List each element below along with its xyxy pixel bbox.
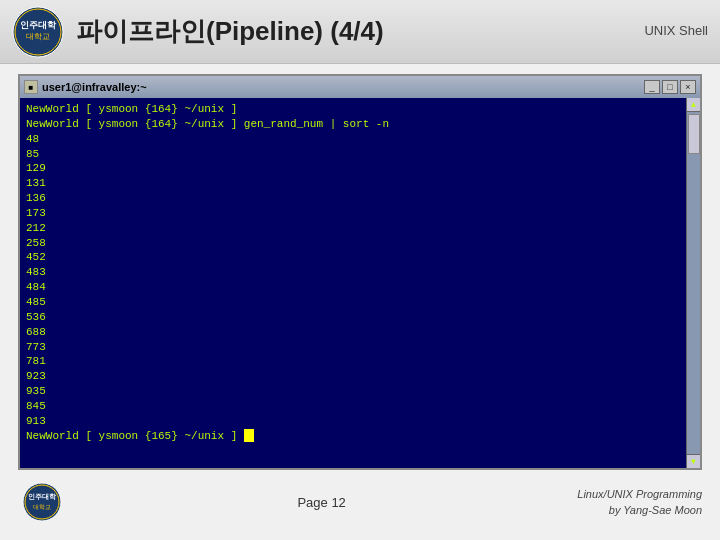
terminal-output: NewWorld [ ysmoon {164} ~/unix ] NewWorl… <box>26 102 694 443</box>
close-button[interactable]: × <box>680 80 696 94</box>
header: 인주대학 대학교 파이프라인(Pipeline) (4/4) UNIX Shel… <box>0 0 720 64</box>
svg-text:대학교: 대학교 <box>33 504 51 510</box>
footer-credit: Linux/UNIX Programming by Yang-Sae Moon <box>577 486 702 519</box>
page-title: 파이프라인(Pipeline) (4/4) <box>76 14 644 49</box>
logo-icon: 인주대학 대학교 <box>12 6 64 58</box>
scrollbar-thumb[interactable] <box>688 114 700 154</box>
svg-text:인주대학: 인주대학 <box>28 493 57 501</box>
footer-logo-icon: 인주대학 대학교 <box>18 482 66 522</box>
terminal-app-icon: ■ <box>24 80 38 94</box>
terminal-title: user1@infravalley:~ <box>42 81 147 93</box>
svg-point-4 <box>23 483 61 521</box>
svg-text:인주대학: 인주대학 <box>20 20 57 30</box>
terminal-titlebar: ■ user1@infravalley:~ _ □ × <box>20 76 700 98</box>
terminal-cursor <box>244 429 254 442</box>
main-content: ■ user1@infravalley:~ _ □ × NewWorld [ y… <box>0 64 720 476</box>
minimize-button[interactable]: _ <box>644 80 660 94</box>
scrollbar-down-button[interactable]: ▼ <box>687 454 701 468</box>
scrollbar[interactable]: ▲ ▼ <box>686 98 700 468</box>
header-subtitle: UNIX Shell <box>644 22 708 40</box>
page-number: Page 12 <box>297 495 345 510</box>
terminal-window: ■ user1@infravalley:~ _ □ × NewWorld [ y… <box>18 74 702 470</box>
terminal-controls[interactable]: _ □ × <box>644 80 696 94</box>
scrollbar-up-button[interactable]: ▲ <box>687 98 701 112</box>
terminal-titlebar-left: ■ user1@infravalley:~ <box>24 80 147 94</box>
footer: 인주대학 대학교 Page 12 Linux/UNIX Programming … <box>0 476 720 526</box>
terminal-body: NewWorld [ ysmoon {164} ~/unix ] NewWorl… <box>20 98 700 468</box>
maximize-button[interactable]: □ <box>662 80 678 94</box>
svg-text:대학교: 대학교 <box>26 32 50 41</box>
